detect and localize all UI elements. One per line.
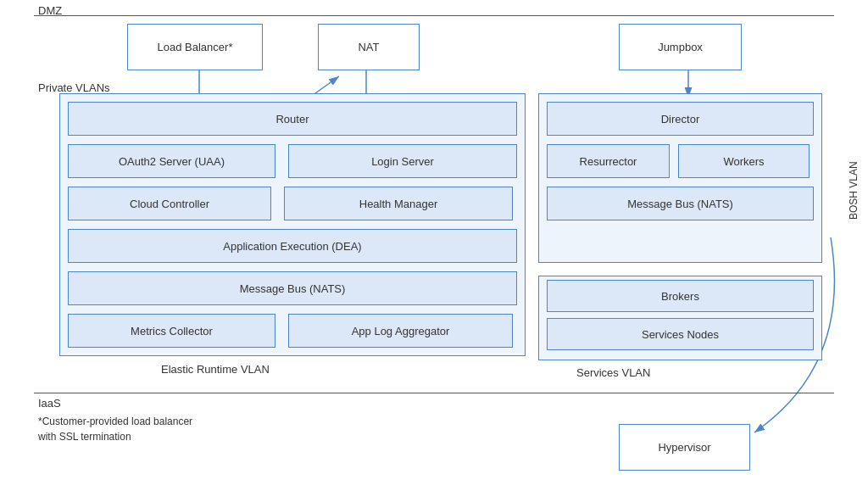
elastic-message-bus-box: Message Bus (NATS) [68, 271, 517, 305]
hypervisor-box: Hypervisor [619, 424, 750, 471]
hypervisor-label: Hypervisor [658, 441, 710, 454]
dmz-label: DMZ [38, 4, 62, 17]
load-balancer-label: Load Balancer* [158, 41, 233, 53]
brokers-label: Brokers [661, 290, 699, 303]
iaas-line [34, 393, 834, 393]
health-manager-label: Health Manager [359, 198, 438, 210]
metrics-collector-box: Metrics Collector [68, 314, 275, 348]
jumpbox-label: Jumpbox [658, 41, 703, 53]
dmz-line [34, 15, 834, 16]
private-vlans-label: Private VLANs [38, 81, 110, 94]
oauth2-box: OAuth2 Server (UAA) [68, 144, 275, 178]
load-balancer-box: Load Balancer* [127, 24, 263, 70]
health-manager-box: Health Manager [284, 187, 513, 220]
app-execution-label: Application Execution (DEA) [223, 240, 361, 253]
bosh-message-bus-label: Message Bus (NATS) [627, 198, 733, 210]
login-server-label: Login Server [371, 155, 434, 168]
director-label: Director [661, 113, 700, 126]
nat-label: NAT [358, 41, 379, 53]
workers-label: Workers [723, 155, 764, 168]
nat-box: NAT [318, 24, 420, 70]
metrics-collector-label: Metrics Collector [131, 325, 213, 337]
services-nodes-box: Services Nodes [547, 318, 814, 350]
bosh-message-bus-box: Message Bus (NATS) [547, 187, 814, 220]
app-log-box: App Log Aggregator [288, 314, 513, 348]
login-server-box: Login Server [288, 144, 517, 178]
elastic-message-bus-label: Message Bus (NATS) [240, 282, 346, 295]
bosh-vlan-label: BOSH VLAN [848, 119, 860, 263]
services-vlan-label: Services VLAN [576, 366, 650, 379]
brokers-box: Brokers [547, 280, 814, 312]
cloud-controller-box: Cloud Controller [68, 187, 271, 220]
jumpbox-box: Jumpbox [619, 24, 742, 70]
workers-box: Workers [678, 144, 810, 178]
footnote: *Customer-provided load balancerwith SSL… [38, 414, 192, 444]
architecture-diagram: DMZ Load Balancer* NAT Jumpbox Private V… [0, 0, 868, 502]
director-box: Director [547, 102, 814, 136]
router-label: Router [275, 113, 309, 126]
oauth2-label: OAuth2 Server (UAA) [119, 155, 225, 168]
router-box: Router [68, 102, 517, 136]
resurrector-label: Resurrector [580, 155, 637, 168]
services-nodes-label: Services Nodes [642, 328, 719, 341]
cloud-controller-label: Cloud Controller [130, 198, 209, 210]
elastic-runtime-label: Elastic Runtime VLAN [161, 363, 270, 376]
iaas-label: IaaS [38, 397, 61, 410]
footnote-text: *Customer-provided load balancerwith SSL… [38, 416, 192, 443]
app-execution-box: Application Execution (DEA) [68, 229, 517, 263]
resurrector-box: Resurrector [547, 144, 670, 178]
app-log-label: App Log Aggregator [352, 325, 450, 337]
